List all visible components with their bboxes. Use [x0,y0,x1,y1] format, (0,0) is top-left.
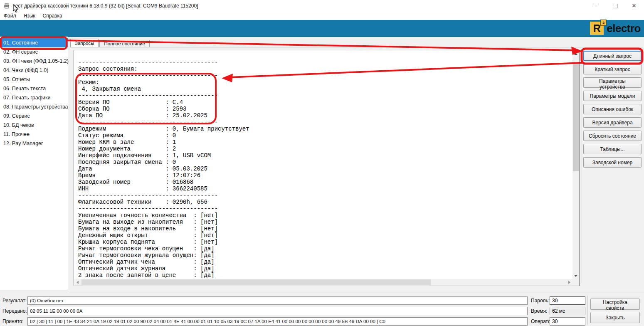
tab-page-border [70,47,643,47]
status-divider [587,296,588,325]
action-button[interactable]: Версия драйвера [583,117,642,128]
status-row-field[interactable]: (0) Ошибок нет [27,296,528,305]
action-button[interactable]: Сбросить состояние [583,131,642,141]
scroll-up-icon [574,53,577,55]
menu-help[interactable]: Справка [39,12,66,20]
sidebar-item[interactable]: 05. Отчеты [0,75,68,84]
status-row-label: Передано: [2,308,27,314]
logo-wordmark: electro [607,22,641,35]
maximize-icon [613,4,617,8]
logo-sup-square: 2 [600,20,607,26]
sidebar-item[interactable]: 12. Pay Manager [0,139,68,148]
status-small-field[interactable]: 30 [550,296,585,305]
status-row-label: Результат: [2,298,27,304]
console-panel: ----------------------------------------… [74,50,580,286]
menu-bar: Файл Язык Справка [0,12,644,20]
scroll-down-button[interactable] [572,272,579,279]
sidebar-item[interactable]: 03. ФН чеки (ФФД 1.05-1.2) [0,57,68,66]
sidebar-item[interactable]: 02. ФН сервис [0,47,68,57]
sidebar-item[interactable]: 09. Сервис [0,111,68,121]
minimize-icon [594,6,598,6]
status-row-field[interactable]: 02 05 11 1E 00 00 00 0A [27,307,528,315]
title-bar: Тест драйвера кассовой техники 6.18.0.9 … [0,0,644,12]
window-title: Тест драйвера кассовой техники 6.18.0.9 … [12,3,198,9]
scroll-right-icon [568,281,570,284]
menu-file[interactable]: Файл [0,12,20,20]
scroll-right-button[interactable] [566,279,572,286]
status-row-field[interactable]: 02 | 30 | 11 | 00 | 1E 43 34 21 0A 19 02… [27,317,528,326]
status-small-label: Пароль: [531,298,550,304]
sidebar: 01. Состояние02. ФН сервис03. ФН чеки (Ф… [0,37,68,290]
action-button[interactable]: Описания ошибок [583,104,642,114]
sidebar-item[interactable]: 04. Чеки (ФФД 1.0) [0,66,68,75]
brand-band: R 2 electro [0,20,644,37]
sidebar-item[interactable]: 10. БД чеков [0,121,68,130]
status-bar: Результат:(0) Ошибок нетПередано:02 05 1… [0,292,644,326]
tab-requests[interactable]: Запросы [70,39,99,47]
action-button[interactable]: Параметры устройства [583,77,642,88]
sidebar-item[interactable]: 11. Прочее [0,130,68,139]
status-row-label: Принято: [2,319,24,324]
action-button[interactable]: Краткий запрос [583,64,642,74]
scrollbar-corner [572,279,579,286]
sidebar-item[interactable]: 07. Печать графики [0,93,68,102]
brand-logo: R 2 electro [590,21,641,35]
scroll-up-button[interactable] [572,50,579,57]
sidebar-item[interactable]: 06. Печать текста [0,84,68,93]
properties-button[interactable]: Настройка свойств [590,299,640,310]
status-small-field[interactable]: 30 [550,317,585,326]
vertical-scroll-thumb[interactable] [573,63,579,171]
sidebar-item[interactable]: 01. Состояние [0,38,68,47]
console-text: ----------------------------------------… [78,52,249,279]
scroll-left-icon [76,281,79,284]
tab-strip: Запросы Полное состояние [70,39,150,47]
app-icon [3,2,10,9]
scroll-left-button[interactable] [74,279,81,286]
minimize-button[interactable] [586,0,605,12]
close-app-button[interactable]: Закрыть [590,312,640,323]
scroll-down-icon [574,275,577,277]
horizontal-scrollbar[interactable] [74,279,572,286]
close-button[interactable]: × [624,0,644,12]
maximize-button[interactable] [605,0,624,12]
logo-r-square: R 2 [590,22,604,35]
action-button[interactable]: Длинный запрос [583,51,642,61]
logo-r: R [593,22,601,35]
tab-full-state[interactable]: Полное состояние [99,40,149,47]
horizontal-scroll-thumb[interactable] [81,279,431,285]
status-small-label: Время: [531,308,547,314]
action-button[interactable]: Таблицы... [583,144,642,154]
vertical-scrollbar[interactable] [572,50,579,279]
close-icon: × [632,0,636,11]
sidebar-item[interactable]: 08. Параметры устройства [0,102,68,111]
status-small-field[interactable]: 62 мс [550,307,585,315]
menu-language[interactable]: Язык [20,12,39,20]
action-button[interactable]: Параметры модели [583,91,642,101]
action-button[interactable]: Заводской номер [583,157,642,168]
